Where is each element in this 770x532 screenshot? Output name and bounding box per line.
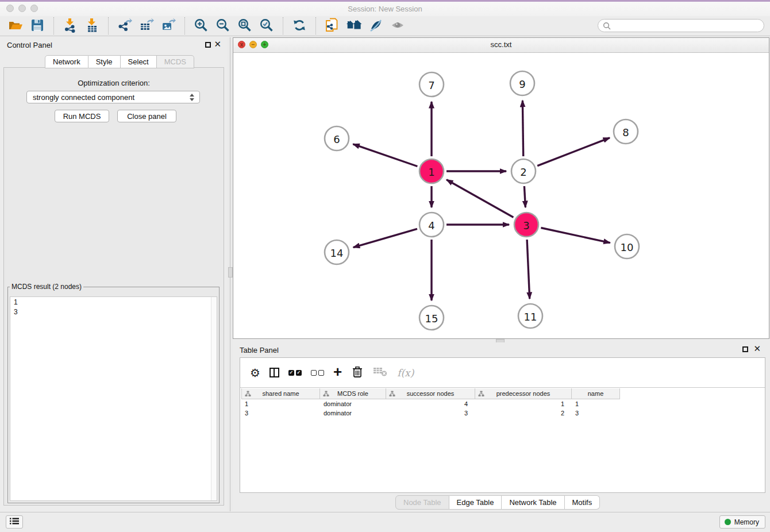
control-panel: Control Panel ✕ NetworkStyleSelectMCDS O…	[0, 37, 228, 511]
edge-2-9[interactable]	[522, 101, 523, 156]
show-all-button[interactable]	[387, 17, 409, 34]
edge-3-11[interactable]	[527, 240, 530, 299]
home-button[interactable]	[343, 17, 365, 34]
close-panel-icon[interactable]: ✕	[214, 39, 221, 49]
hide-selected-button[interactable]	[365, 17, 387, 34]
float-panel-icon[interactable]	[742, 346, 748, 352]
tab-select[interactable]: Select	[121, 55, 157, 68]
network-from-file-button[interactable]	[321, 17, 343, 34]
edge-3-10[interactable]	[541, 228, 610, 243]
search-box	[598, 19, 764, 32]
zoom-in-button[interactable]	[190, 17, 212, 34]
edge-2-3[interactable]	[524, 186, 525, 207]
splitter-handle[interactable]	[228, 267, 233, 277]
network-minimize-button[interactable]: −	[249, 41, 257, 48]
float-panel-icon[interactable]	[205, 42, 211, 48]
delete-table-button[interactable]	[373, 366, 388, 379]
close-panel-button[interactable]: Close panel	[117, 110, 176, 122]
import-table-icon	[84, 18, 99, 34]
network-canvas[interactable]: 1234678910111415	[233, 52, 769, 338]
zoom-selected-button[interactable]	[256, 17, 278, 34]
create-column-button[interactable]: +	[333, 368, 342, 377]
vertical-splitter[interactable]	[228, 37, 233, 511]
graph-node-8[interactable]: 8	[614, 119, 638, 144]
column-header-mcds-role[interactable]: MCDS role	[320, 388, 386, 399]
graph-node-10[interactable]: 10	[615, 234, 639, 259]
show-all-columns-button[interactable]: ✓✓	[288, 370, 302, 376]
network-close-button[interactable]: x	[238, 41, 245, 48]
export-image-button[interactable]	[157, 17, 179, 34]
table-header: shared nameMCDS rolesuccessor nodesprede…	[241, 388, 620, 399]
import-table-button[interactable]	[81, 17, 103, 34]
function-builder-button[interactable]: f(x)	[397, 367, 414, 379]
edge-4-14[interactable]	[353, 229, 417, 247]
table-cell[interactable]: 3	[572, 408, 620, 418]
graph-node-7[interactable]: 7	[419, 72, 444, 97]
run-mcds-button[interactable]: Run MCDS	[55, 110, 109, 122]
table-cell[interactable]: 1	[475, 399, 572, 408]
split-pane-button[interactable]	[270, 368, 279, 377]
open-button[interactable]	[5, 17, 26, 34]
save-button[interactable]	[26, 17, 48, 34]
control-panel-tabs: NetworkStyleSelectMCDS	[45, 55, 194, 68]
column-header-name[interactable]: name	[572, 388, 620, 399]
node-label: 10	[621, 241, 634, 253]
column-label: predecessor nodes	[496, 390, 550, 397]
edge-3-1[interactable]	[446, 180, 513, 218]
graph-node-11[interactable]: 11	[518, 304, 542, 328]
close-panel-icon[interactable]: ✕	[753, 344, 761, 354]
app-titlebar[interactable]: Session: New Session	[0, 2, 770, 17]
memory-button[interactable]: Memory	[719, 515, 765, 529]
graph-node-14[interactable]: 14	[325, 240, 349, 264]
tab-motifs[interactable]: Motifs	[565, 495, 600, 510]
delete-column-button[interactable]	[351, 365, 364, 380]
table-cell[interactable]: 1	[572, 399, 620, 408]
graph-node-4[interactable]: 4	[419, 213, 444, 237]
table-cell[interactable]: 1	[241, 399, 320, 408]
task-history-button[interactable]	[6, 515, 23, 529]
table-cell[interactable]: dominator	[320, 399, 386, 408]
export-table-button[interactable]	[136, 17, 157, 34]
hide-all-columns-button[interactable]	[311, 370, 324, 376]
hide-eye-icon	[368, 18, 383, 34]
graph-node-1[interactable]: 1	[419, 159, 444, 183]
result-scrollbar[interactable]	[211, 297, 217, 500]
table-row[interactable]: 3dominator323	[241, 408, 620, 418]
graph-node-2[interactable]: 2	[511, 159, 536, 183]
table-cell[interactable]: 2	[475, 408, 572, 418]
import-network-button[interactable]	[59, 17, 81, 34]
node-label: 15	[425, 313, 438, 325]
tab-node-table[interactable]: Node Table	[395, 495, 449, 510]
network-window-titlebar[interactable]: x − + scc.txt	[233, 38, 769, 53]
column-header-shared-name[interactable]: shared name	[241, 388, 320, 399]
table-body: 1dominator4113dominator323	[241, 399, 620, 418]
tab-network[interactable]: Network	[45, 55, 88, 68]
edge-1-6[interactable]	[353, 144, 417, 167]
search-input[interactable]	[614, 21, 759, 32]
zoom-out-button[interactable]	[212, 17, 234, 34]
table-settings-button[interactable]: ⚙	[250, 367, 260, 379]
table-row[interactable]: 1dominator411	[241, 399, 620, 408]
graph-node-3[interactable]: 3	[514, 213, 538, 237]
table-cell[interactable]: dominator	[320, 408, 386, 418]
export-image-icon	[161, 18, 176, 34]
export-network-button[interactable]	[114, 17, 136, 34]
column-header-successor-nodes[interactable]: successor nodes	[386, 388, 475, 399]
graph-node-6[interactable]: 6	[325, 126, 349, 151]
tab-mcds[interactable]: MCDS	[157, 55, 194, 68]
table-cell[interactable]: 3	[386, 408, 475, 418]
edge-2-8[interactable]	[537, 138, 610, 166]
refresh-button[interactable]	[288, 17, 310, 34]
criterion-dropdown[interactable]: strongly connected component	[26, 91, 200, 103]
tab-network-table[interactable]: Network Table	[502, 495, 564, 510]
column-header-predecessor-nodes[interactable]: predecessor nodes	[475, 388, 572, 399]
table-cell[interactable]: 3	[241, 408, 320, 418]
tab-style[interactable]: Style	[88, 55, 121, 68]
graph-node-15[interactable]: 15	[419, 306, 444, 330]
zoom-fit-button[interactable]	[234, 17, 256, 34]
network-zoom-button[interactable]: +	[261, 41, 268, 48]
table-cell[interactable]: 4	[386, 399, 475, 408]
tab-edge-table[interactable]: Edge Table	[449, 495, 502, 510]
graph-node-9[interactable]: 9	[510, 71, 534, 95]
mcds-result-box: 1 3	[10, 296, 217, 501]
